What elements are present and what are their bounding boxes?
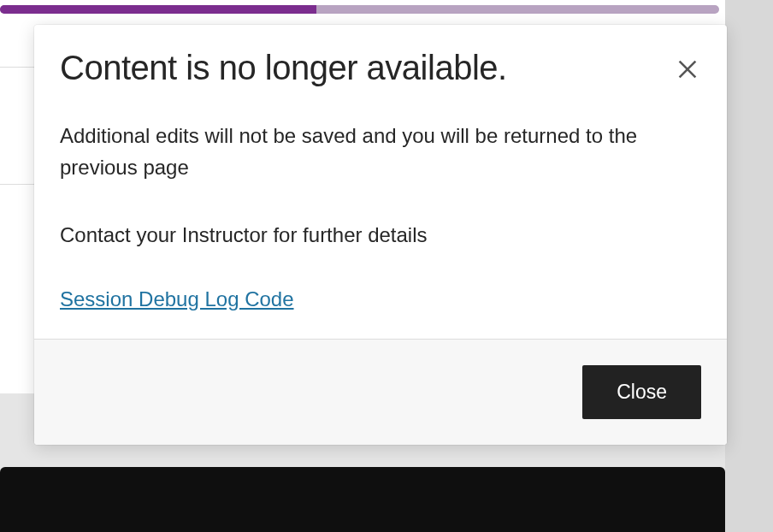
modal-overlay: Content is no longer available. Addition…: [0, 0, 773, 532]
modal-message-1: Additional edits will not be saved and y…: [60, 120, 701, 183]
close-icon[interactable]: [676, 57, 699, 81]
modal-body: Additional edits will not be saved and y…: [34, 87, 727, 339]
modal-title: Content is no longer available.: [60, 49, 507, 87]
session-debug-log-link[interactable]: Session Debug Log Code: [60, 287, 294, 311]
close-button[interactable]: Close: [582, 365, 701, 419]
modal-footer: Close: [34, 339, 727, 445]
modal-message-2: Contact your Instructor for further deta…: [60, 219, 701, 251]
modal-dialog: Content is no longer available. Addition…: [34, 25, 727, 445]
modal-header: Content is no longer available.: [34, 25, 727, 87]
